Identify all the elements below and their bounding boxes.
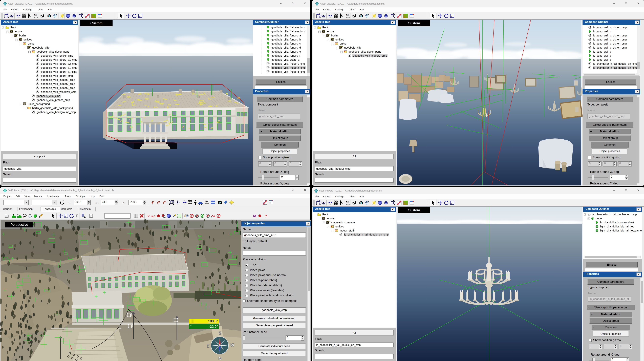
svg-text:W: W: [230, 342, 234, 348]
svg-text:M: M: [253, 214, 256, 218]
svg-text:S: S: [218, 330, 222, 336]
svg-text:Stat: Stat: [346, 200, 349, 202]
svg-text:Stat: Stat: [205, 200, 208, 202]
svg-text:N: N: [218, 356, 222, 361]
svg-text:E: E: [206, 343, 210, 348]
svg-text:?: ?: [265, 214, 267, 218]
svg-text:Stat: Stat: [346, 14, 349, 16]
svg-text:Stat: Stat: [34, 14, 37, 16]
